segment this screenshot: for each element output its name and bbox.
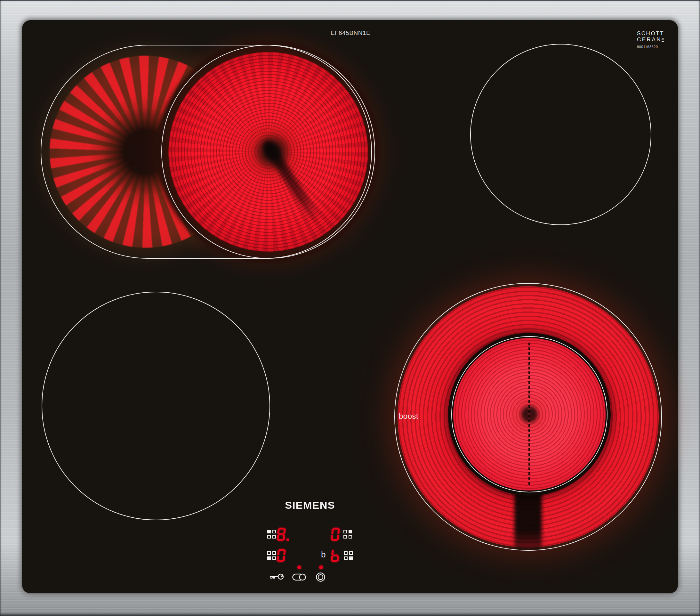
glass-product-code: 9001168620 [637, 45, 672, 49]
child-lock-key-icon[interactable] [269, 572, 284, 581]
grid-cell [349, 551, 353, 555]
grid-cell [349, 556, 353, 560]
grid-cell [267, 535, 271, 539]
schott-logo-line1: SCHOTT [637, 31, 672, 37]
grid-cell [349, 530, 352, 533]
grid-cell [349, 535, 352, 539]
zone-select-indicator-front-left[interactable] [267, 551, 276, 560]
boost-indicator-letter: b [321, 550, 326, 559]
zone-select-indicator-rear-left[interactable] [267, 530, 276, 539]
grid-cell [343, 535, 347, 539]
brand-logo: SIEMENS [285, 500, 335, 511]
grid-cell [267, 556, 271, 560]
ceran-text: CERAN [637, 37, 662, 42]
hob-photo: EF645BNN1E SCHOTT CERAN® 9001168620 boos… [0, 0, 700, 616]
schott-logo-line2: CERAN® [637, 37, 672, 42]
grid-cell [343, 530, 347, 533]
grid-cell [267, 551, 271, 555]
boost-label: boost [399, 412, 418, 421]
grid-cell [344, 551, 348, 555]
oval-zone-icon[interactable] [292, 574, 306, 581]
indicator-dot [297, 565, 301, 569]
grid-cell [272, 551, 276, 555]
zone-select-indicator-front-right[interactable] [344, 551, 353, 560]
dual-ring-icon[interactable] [316, 572, 326, 582]
grid-cell [272, 535, 276, 539]
display-front-right [331, 549, 339, 562]
registered-mark: ® [662, 37, 664, 41]
display-rear-left [277, 528, 289, 541]
zone-outline-rear-right [470, 44, 651, 225]
zone-select-indicator-rear-right[interactable] [343, 530, 352, 539]
grid-cell [344, 556, 348, 560]
display-front-left [277, 549, 285, 562]
grid-cell [272, 556, 276, 560]
zone-outline-front-right-inner [451, 336, 608, 492]
model-number: EF645BNN1E [326, 29, 374, 37]
zone-outline-rear-left-circle [161, 45, 375, 259]
grid-cell [272, 530, 276, 533]
grid-cell [267, 530, 271, 533]
display-rear-right [331, 528, 339, 541]
indicator-dot [319, 565, 323, 569]
schott-ceran-logo: SCHOTT CERAN® 9001168620 [637, 31, 672, 49]
zone-outline-front-left [41, 292, 270, 520]
